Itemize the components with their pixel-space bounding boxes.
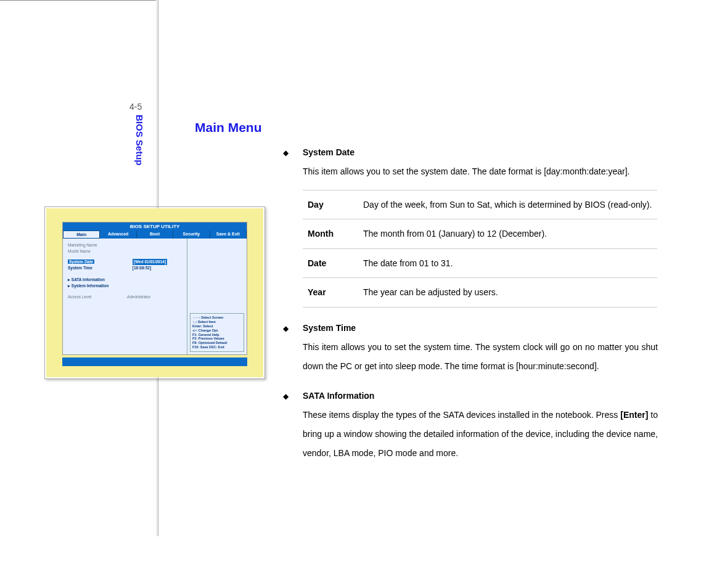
bios-tab-bar: Main Advanced Boot Security Save & Exit	[63, 231, 247, 239]
bios-model-name: Model Name	[68, 248, 182, 255]
bios-system-date-label: System Date	[68, 259, 94, 264]
bios-tab-save-exit: Save & Exit	[210, 231, 247, 239]
page-number: 4-5	[129, 102, 142, 112]
section-system-time: ◆ System Time This item allows you to se…	[281, 319, 658, 375]
sata-body-pre: These items display the types of the SAT…	[303, 410, 620, 420]
bios-help-line: +/-: Change Opt.	[192, 329, 242, 333]
section-system-date: ◆ System Date This item allows you to se…	[281, 143, 658, 308]
bios-sata-label: SATA Information	[72, 277, 105, 282]
bios-system-time-label: System Time	[68, 266, 92, 270]
bios-sata-info: ▸ SATA Information	[68, 277, 182, 283]
bios-help-line: ↑↓: Select Item	[192, 320, 242, 324]
bios-right-panel: →←: Select Screen ↑↓: Select Item Enter:…	[187, 239, 247, 354]
bios-left-panel: Marketing Name Model Name System Date [W…	[63, 239, 187, 354]
bios-access-label: Access Level	[68, 295, 91, 299]
def-desc: The year can be adjusted by users.	[358, 278, 657, 308]
bios-system-info: ▸ System Information	[68, 283, 182, 289]
def-desc: Day of the week, from Sun to Sat, which …	[358, 190, 657, 219]
bios-marketing-name: Marketing Name	[68, 242, 182, 248]
section-title: System Date	[303, 143, 355, 162]
def-desc: The month from 01 (January) to 12 (Decem…	[358, 219, 657, 249]
bullet-icon: ◆	[281, 321, 303, 337]
enter-key-label: [Enter]	[620, 410, 648, 420]
section-body: These items display the types of the SAT…	[303, 406, 658, 462]
bios-access-row: Access Level Administrator	[68, 294, 182, 300]
table-row: Year The year can be adjusted by users.	[303, 278, 657, 308]
bios-system-date-row: System Date [Wed 01/01/2014]	[68, 259, 182, 265]
section-body: This item allows you to set the system d…	[303, 162, 658, 181]
bios-help-box: →←: Select Screen ↑↓: Select Item Enter:…	[190, 313, 244, 352]
def-term: Date	[303, 248, 358, 278]
section-title: SATA Information	[303, 386, 374, 406]
bios-tab-boot: Boot	[137, 231, 173, 239]
bios-title-bar: BIOS SETUP UTILITY	[63, 223, 247, 231]
date-definitions-table: Day Day of the week, from Sun to Sat, wh…	[303, 190, 657, 308]
bios-tab-main: Main	[63, 231, 100, 239]
bios-sysinfo-label: System Information	[72, 284, 109, 288]
bios-tab-security: Security	[173, 231, 210, 239]
table-row: Month The month from 01 (January) to 12 …	[303, 219, 657, 249]
bullet-icon: ◆	[281, 145, 303, 161]
def-term: Month	[303, 219, 358, 249]
section-body: This item allows you to set the system t…	[303, 338, 658, 376]
bios-tab-advanced: Advanced	[100, 231, 136, 239]
def-desc: The date from 01 to 31.	[358, 248, 657, 278]
manual-page: 4-5 BIOS Setup Main Menu BIOS SETUP UTIL…	[0, 0, 701, 588]
bios-help-line: F10: Save ESC: Exit	[192, 345, 242, 349]
section-sata-information: ◆ SATA Information These items display t…	[281, 386, 658, 462]
bios-system-time-row: System Time [16:08:52]	[68, 265, 182, 271]
bios-help-line: F2: Previous Values	[192, 337, 242, 341]
def-term: Year	[303, 278, 358, 308]
bios-body: Marketing Name Model Name System Date [W…	[63, 239, 247, 354]
bios-access-value: Administrator	[127, 295, 150, 299]
bios-help-line: →←: Select Screen	[192, 316, 242, 320]
bios-system-date-value: [Wed 01/01/2014]	[133, 259, 167, 265]
def-term: Day	[303, 190, 358, 219]
bios-window: BIOS SETUP UTILITY Main Advanced Boot Se…	[62, 222, 247, 355]
section-title: System Time	[303, 319, 356, 338]
sidebar-section-label: BIOS Setup	[134, 115, 145, 166]
main-title: Main Menu	[195, 120, 262, 135]
bullet-icon: ◆	[281, 388, 303, 404]
bios-help-line: F9: Optimized Default	[192, 341, 242, 345]
content-column: ◆ System Date This item allows you to se…	[281, 143, 658, 474]
header-rule	[0, 0, 158, 1]
table-row: Date The date from 01 to 31.	[303, 248, 657, 278]
bios-help-line: Enter: Select	[192, 324, 242, 329]
bios-help-line: F1: General Help	[192, 333, 242, 337]
table-row: Day Day of the week, from Sun to Sat, wh…	[303, 190, 657, 219]
bios-system-time-value: [16:08:52]	[133, 266, 151, 270]
bios-screenshot-figure: BIOS SETUP UTILITY Main Advanced Boot Se…	[44, 206, 265, 379]
figure-footer-bar	[62, 357, 247, 366]
